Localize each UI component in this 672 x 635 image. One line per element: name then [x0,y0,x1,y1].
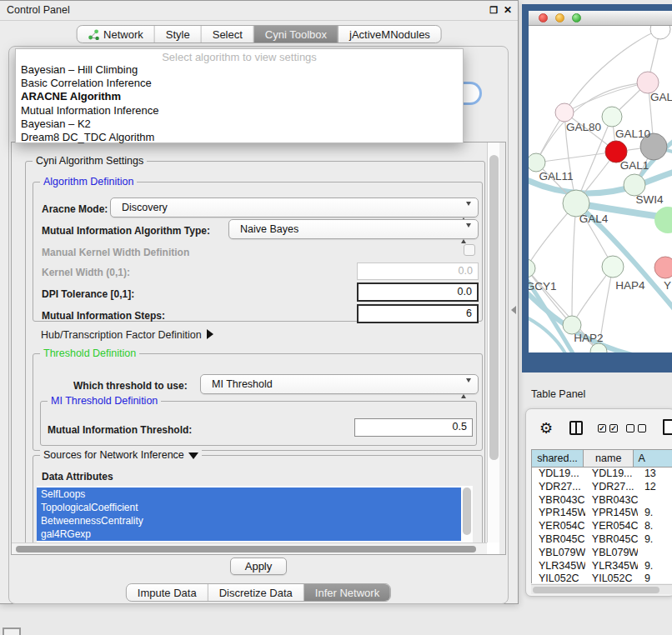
cell: YDL19... [585,468,638,481]
table-row[interactable]: YDR27... YDR27... 12 [532,481,672,494]
list-item[interactable]: SelfLoops [37,488,461,501]
table-panel-window: ⚙ ✓ ✓ shared... name A YDL19... YDL19...… [525,408,672,597]
file-icon[interactable] [663,419,672,435]
cell: YPR145W [585,507,638,520]
table-row[interactable]: YBR043C YBR043C [532,494,672,508]
list-item[interactable]: TopologicalCoefficient [37,501,461,514]
menu-item[interactable]: Bayesian – Hill Climbing [16,63,463,77]
list-item[interactable]: gal4RGexp [37,528,461,541]
column-header-name[interactable]: name [584,450,634,467]
cell: YBL079W [585,547,638,560]
checked-checkbox-icon[interactable]: ✓ [598,424,606,432]
settings-vertical-scrollbar-thumb[interactable] [489,155,499,460]
mi-threshold-field[interactable]: 0.5 [354,418,473,437]
menu-item[interactable]: Bayesian – K2 [16,118,463,131]
close-icon[interactable]: ✕ [504,4,512,16]
unchecked-checkbox-icon[interactable] [638,424,646,432]
split-columns-icon[interactable] [569,421,583,435]
sources-title[interactable]: Sources for Network Inference [40,449,202,461]
node-label: GAL1 [620,159,649,172]
network-view-window: GAL GAL80 GAL10 GAL1 GAL11 SWI4 GAL4 HAP… [522,4,672,372]
tab-impute-data[interactable]: Impute Data [127,584,208,601]
gear-icon[interactable]: ⚙ [539,419,553,438]
collapse-down-icon[interactable] [188,452,198,459]
kernel-width-field[interactable]: 0.0 [357,262,479,280]
splitter-collapse-handle[interactable] [511,306,516,314]
node-green-bright[interactable] [654,207,672,233]
node-salmon[interactable] [654,257,672,278]
close-traffic-light[interactable] [539,13,548,22]
hub-factor-section[interactable]: Hub/Transcription Factor Definition [41,329,213,341]
cell: YER054C [585,520,638,533]
cell: YIL052C [585,572,638,583]
menu-item[interactable]: Dream8 DC_TDC Algorithm [16,131,463,144]
which-threshold-select[interactable]: MI Threshold [200,374,479,394]
minimize-traffic-light[interactable] [555,13,564,22]
cell: YBR043C [532,494,585,508]
node-label: GAL [650,91,672,103]
threshold-definition-title: Threshold Definition [40,348,139,359]
tab-discretize-data[interactable]: Discretize Data [208,584,304,601]
control-panel-tab-bar: Network Style Select Cyni Toolbox jActiv… [76,25,442,43]
column-header-shared-name[interactable]: shared... [532,450,584,467]
settings-horizontal-scrollbar[interactable] [12,542,487,554]
node-gal10[interactable] [602,107,622,127]
cyni-algorithm-settings-title: Cyni Algorithm Settings [33,155,147,167]
table-row[interactable]: YIL052C YIL052C 9 [532,572,672,583]
list-scrollbar-thumb[interactable] [463,488,471,535]
network-graph[interactable]: GAL GAL80 GAL10 GAL1 GAL11 SWI4 GAL4 HAP… [529,26,672,352]
cell [638,494,672,508]
node-gal11[interactable] [529,153,545,172]
table-row[interactable]: YBL079W YBL079W [532,547,672,560]
settings-vertical-scrollbar[interactable] [487,142,499,542]
tab-select[interactable]: Select [202,26,254,42]
node-hap4[interactable] [602,256,624,278]
collapsed-panel-button[interactable] [3,628,21,635]
list-item[interactable]: BetweennessCentrality [37,514,461,528]
aracne-mode-select[interactable]: Discovery [110,198,479,218]
table-horizontal-scrollbar[interactable] [531,584,672,594]
cell: YDR27... [532,481,585,494]
cell: YIL052C [532,572,585,583]
column-header-partial[interactable]: A [634,450,672,467]
cell: YER054C [532,520,585,533]
menu-item[interactable]: Mutual Information Inference [16,104,463,118]
cell: 8. [638,520,672,533]
cell: 9. [638,507,672,520]
table-row[interactable]: YDL19... YDL19... 13 [532,468,672,481]
tab-jactivemnodules[interactable]: jActiveMNodules [339,26,441,42]
manual-kernel-width-checkbox[interactable] [464,244,475,256]
aracne-mode-label: Aracne Mode: [42,203,108,215]
menu-item-selected[interactable]: ARACNE Algorithm [16,90,463,103]
dpi-tolerance-field[interactable]: 0.0 [357,282,479,302]
table-row[interactable]: YPR145W YPR145W 9. [532,507,672,520]
menu-item[interactable]: Basic Correlation Inference [16,77,463,90]
expand-right-icon[interactable] [207,329,213,339]
unchecked-checkbox-icon[interactable] [626,424,634,432]
node-pink[interactable] [555,103,574,122]
network-canvas[interactable]: GAL GAL80 GAL10 GAL1 GAL11 SWI4 GAL4 HAP… [529,26,672,352]
node[interactable] [650,26,670,39]
tab-infer-network[interactable]: Infer Network [304,584,390,601]
table-row[interactable]: YBR045C YBR045C 9. [532,533,672,547]
tab-style[interactable]: Style [155,26,202,42]
algorithm-select-popup: Select algorithm to view settings Bayesi… [15,48,464,143]
node-label: Y [664,279,671,292]
settings-horizontal-scrollbar-thumb[interactable] [16,546,476,552]
node-gcy1[interactable] [529,259,535,278]
tab-network[interactable]: Network [77,26,155,42]
checked-checkbox-icon[interactable]: ✓ [609,424,618,432]
combo-spinner-icon [461,224,471,242]
table-row[interactable]: YLR345W YLR345W 9. [532,560,672,573]
network-window-titlebar [529,11,672,26]
tab-cyni-toolbox[interactable]: Cyni Toolbox [254,26,339,42]
float-window-icon[interactable]: ❐ [489,5,498,16]
table-horizontal-scrollbar-thumb[interactable] [533,587,659,593]
mi-steps-field[interactable]: 6 [357,304,479,323]
table-row[interactable]: YER054C YER054C 8. [532,520,672,533]
mi-algorithm-type-select[interactable]: Naive Bayes [228,219,479,239]
apply-button[interactable]: Apply [230,558,287,575]
control-panel-window: Control Panel ❐ ✕ Network Style Select C… [0,0,519,604]
manual-kernel-width-label: Manual Kernel Width Definition [42,247,189,258]
zoom-traffic-light[interactable] [572,13,581,22]
